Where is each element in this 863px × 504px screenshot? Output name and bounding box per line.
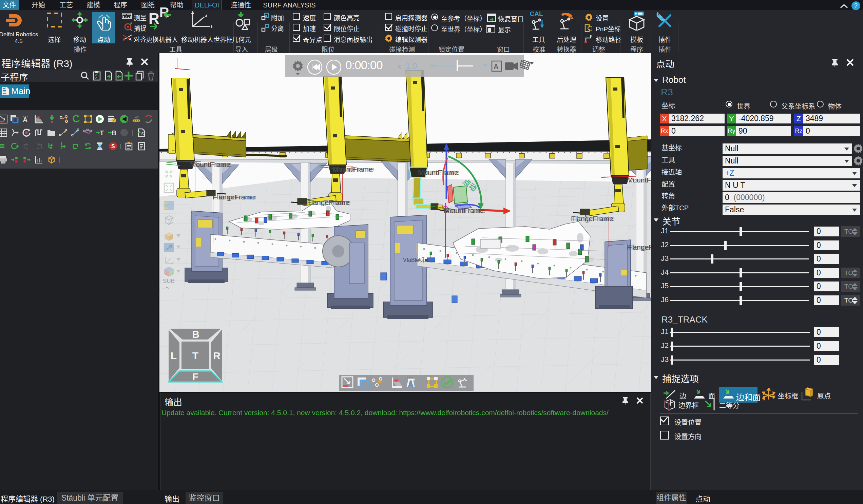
- svg-text:T: T: [192, 350, 198, 361]
- svg-text:S: S: [141, 131, 144, 136]
- svg-text:FlangeFrame: FlangeFrame: [572, 215, 615, 223]
- svg-text:MountFrame: MountFrame: [191, 161, 232, 168]
- svg-text:F: F: [192, 371, 198, 382]
- svg-text:A: A: [408, 379, 414, 389]
- svg-text:MountFrame: MountFrame: [419, 168, 460, 176]
- svg-text:FlangeFrame: FlangeFrame: [628, 243, 651, 251]
- svg-text:B: B: [192, 329, 199, 340]
- svg-text:MountFrame: MountFrame: [445, 206, 486, 214]
- svg-text:A: A: [23, 116, 27, 124]
- svg-text:T: T: [100, 129, 104, 137]
- svg-text:B: B: [112, 129, 116, 137]
- svg-text:R: R: [213, 350, 221, 361]
- svg-text:MountFrame: MountFrame: [334, 165, 374, 173]
- svg-text:VfaBle明■: VfaBle明■: [403, 257, 428, 263]
- svg-text:FlangeFrame: FlangeFrame: [214, 193, 257, 201]
- svg-text:L: L: [171, 350, 177, 361]
- svg-text:FlangeFrame: FlangeFrame: [308, 198, 351, 206]
- svg-text:A: A: [493, 63, 498, 70]
- svg-text:S: S: [111, 143, 115, 149]
- svg-text:MountFra: MountFra: [628, 176, 651, 184]
